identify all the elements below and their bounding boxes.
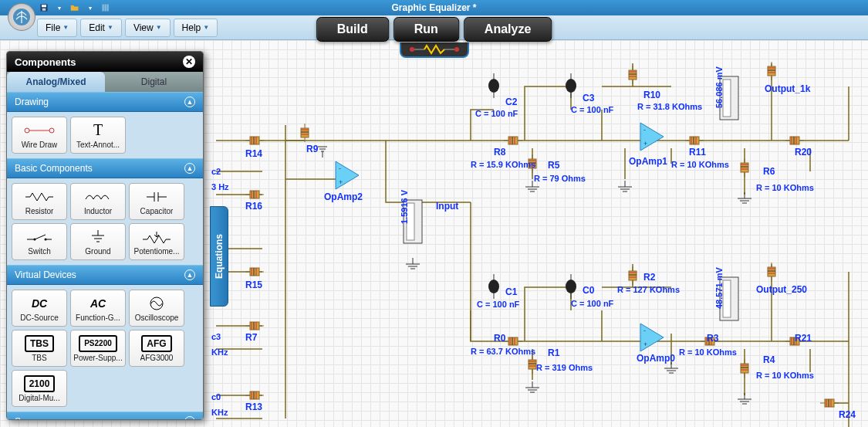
label-input: Input: [436, 201, 458, 212]
save-icon[interactable]: [37, 2, 51, 14]
component-label: Potentiome...: [134, 247, 180, 256]
label-r21: R21: [795, 333, 812, 344]
component-afg3000[interactable]: AFGAFG3000: [129, 330, 184, 367]
component-oscilloscope[interactable]: Oscilloscope: [129, 290, 184, 327]
svg-point-38: [25, 128, 29, 133]
label-port-c2: c2: [211, 167, 221, 176]
label-r3-val: R = 10 KOhms: [679, 347, 737, 357]
group-virtual-label: Virtual Devices: [15, 269, 76, 280]
label-r14: R14: [245, 148, 262, 159]
component-label: Function-G...: [76, 313, 120, 322]
menu-help[interactable]: Help▼: [174, 19, 218, 37]
open-icon[interactable]: [68, 2, 82, 14]
equations-tab[interactable]: Equations: [210, 206, 228, 307]
panel-close-button[interactable]: ✕: [183, 56, 195, 68]
label-r6-val: R = 10 KOhms: [756, 183, 814, 192]
tab-analog[interactable]: Analog/Mixed: [7, 72, 105, 92]
component-inductor[interactable]: Inductor: [70, 183, 126, 220]
component-label: Text-Annot...: [76, 141, 120, 149]
component-switch[interactable]: Switch: [12, 223, 67, 260]
open-dropdown-icon[interactable]: ▼: [83, 2, 97, 14]
tab-digital[interactable]: Digital: [105, 72, 203, 92]
label-c0-val: C = 100 nF: [571, 299, 613, 308]
label-r6: R6: [763, 166, 775, 177]
label-opamp0: OpAmp0: [637, 353, 675, 364]
label-r0: R0: [494, 333, 505, 344]
collapse-icon: ▲: [184, 416, 195, 419]
tab-analyze[interactable]: Analyze: [464, 17, 552, 42]
collapse-icon: ▲: [184, 97, 195, 107]
component-label: Ground: [85, 247, 110, 256]
cursor-component-indicator: [400, 42, 469, 58]
component-label: Capacitor: [140, 207, 174, 215]
group-drawing-header[interactable]: Drawing ▲: [7, 92, 203, 112]
label-r4-val: R = 10 KOhms: [756, 371, 814, 380]
svg-point-10: [454, 47, 459, 52]
group-sources-header[interactable]: Sources ▲: [7, 412, 203, 419]
label-r20: R20: [795, 147, 812, 158]
label-r15: R15: [245, 280, 262, 290]
label-r13: R13: [245, 402, 262, 412]
tab-build[interactable]: Build: [316, 17, 389, 42]
component-label: DC-Source: [20, 313, 58, 322]
menu-view-label: View: [133, 22, 154, 33]
grid-icon[interactable]: [99, 2, 113, 14]
titlebar: ▼ ▼ Graphic Equalizer *: [0, 0, 868, 15]
label-r9: R9: [306, 144, 318, 154]
component-tbs[interactable]: TBSTBS: [12, 330, 67, 367]
component-label: AFG3000: [140, 354, 174, 362]
label-out1k: Output_1k: [765, 83, 810, 94]
group-drawing-label: Drawing: [15, 97, 49, 107]
label-freq-khz2: KHz: [211, 347, 228, 357]
group-basic-header[interactable]: Basic Components ▲: [7, 158, 203, 178]
component-power-supply[interactable]: PS2200Power-Supp...: [70, 330, 126, 367]
label-r1-val: R = 319 Ohms: [536, 363, 593, 372]
menu-file-label: File: [46, 22, 60, 33]
component-label: Oscilloscope: [135, 313, 179, 322]
component-label: Switch: [28, 247, 50, 256]
label-out250-val: 48.571 mV: [714, 267, 724, 309]
component-potentiometer[interactable]: Potentiome...: [129, 223, 184, 260]
menu-view[interactable]: View▼: [125, 19, 171, 37]
label-opamp1: OpAmp1: [629, 156, 667, 167]
group-basic-label: Basic Components: [15, 163, 93, 174]
label-r5: R5: [548, 160, 559, 171]
label-port-c3: c3: [211, 332, 221, 341]
collapse-icon: ▲: [184, 163, 195, 174]
component-digital-multimeter[interactable]: 2100Digital-Mu...: [12, 370, 67, 407]
label-r11: R11: [689, 147, 706, 158]
label-r10-val: R = 31.8 KOhms: [637, 102, 702, 111]
menu-help-label: Help: [182, 22, 201, 33]
panel-body[interactable]: Drawing ▲ Wire Draw T Text-Annot... Basi…: [7, 92, 203, 419]
group-virtual-header[interactable]: Virtual Devices ▲: [7, 265, 203, 285]
label-vmid: 1.5916 V: [400, 190, 409, 224]
tab-run[interactable]: Run: [393, 17, 459, 42]
label-r5-val: R = 79 Ohms: [534, 174, 586, 183]
component-ground[interactable]: Ground: [70, 223, 126, 260]
label-r2: R2: [643, 272, 655, 283]
svg-rect-6: [107, 5, 109, 12]
save-dropdown-icon[interactable]: ▼: [52, 2, 66, 14]
component-label: Resistor: [25, 207, 54, 215]
component-dc-source[interactable]: DCDC-Source: [12, 290, 67, 327]
label-r11-val: R = 10 KOhms: [671, 160, 729, 169]
component-label: Digital-Mu...: [19, 394, 59, 402]
collapse-icon: ▲: [184, 269, 195, 280]
component-resistor[interactable]: Resistor: [12, 183, 67, 220]
component-function-generator[interactable]: ACFunction-G...: [70, 290, 126, 327]
menu-edit[interactable]: Edit▼: [80, 19, 122, 37]
label-r16: R16: [245, 201, 262, 212]
component-capacitor[interactable]: Capacitor: [129, 183, 184, 220]
panel-titlebar[interactable]: Components ✕: [7, 52, 203, 72]
mode-tabs: Build Run Analyze: [316, 17, 552, 42]
component-label: Wire Draw: [22, 141, 58, 149]
app-logo[interactable]: [8, 3, 35, 31]
label-c1-val: C = 100 nF: [477, 300, 519, 309]
svg-point-40: [49, 128, 54, 133]
label-c2: C2: [505, 97, 517, 107]
label-c3: C3: [583, 93, 594, 103]
component-wire-draw[interactable]: Wire Draw: [12, 117, 67, 154]
menu-file[interactable]: File▼: [37, 19, 77, 37]
component-text-annotation[interactable]: T Text-Annot...: [70, 117, 126, 154]
label-r3: R3: [707, 333, 718, 344]
